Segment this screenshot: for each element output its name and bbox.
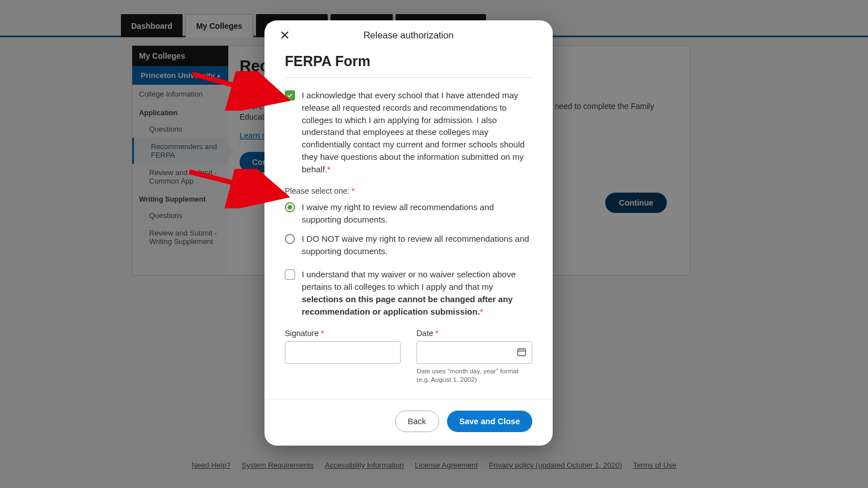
acknowledge-text: I acknowledge that every school that I h… <box>302 89 532 175</box>
required-asterisk: * <box>327 164 331 174</box>
required-asterisk: * <box>435 329 438 338</box>
signature-date-row: Signature * Date * Date uses "month day,… <box>285 329 532 384</box>
ferpa-form-heading: FERPA Form <box>285 53 532 78</box>
save-and-close-button[interactable]: Save and Close <box>447 411 532 432</box>
understand-checkbox[interactable] <box>285 269 295 280</box>
signature-label: Signature * <box>285 329 401 338</box>
select-one-text: Please select one: <box>285 186 349 195</box>
acknowledge-text-content: I acknowledge that every school that I h… <box>302 90 524 174</box>
select-one-prompt: Please select one: * <box>285 186 532 195</box>
required-asterisk: * <box>480 307 483 316</box>
modal-title: Release authorization <box>363 30 454 41</box>
not-waive-text: I DO NOT waive my right to review all re… <box>302 233 532 258</box>
back-button[interactable]: Back <box>395 411 439 432</box>
modal-footer: Back Save and Close <box>264 399 553 446</box>
signature-field: Signature * <box>285 329 401 384</box>
not-waive-radio[interactable] <box>285 234 295 244</box>
date-input[interactable] <box>416 341 532 364</box>
close-icon <box>280 30 290 40</box>
signature-label-text: Signature <box>285 329 319 338</box>
date-hint: Date uses "month day, year" format (e.g.… <box>416 367 532 384</box>
required-asterisk: * <box>321 329 324 338</box>
understand-row: I understand that my waiver or no waiver… <box>285 268 532 317</box>
check-icon <box>287 92 293 99</box>
svg-rect-0 <box>518 349 526 356</box>
date-label-text: Date <box>416 329 433 338</box>
modal-body: FERPA Form I acknowledge that every scho… <box>264 50 553 399</box>
not-waive-option-row: I DO NOT waive my right to review all re… <box>285 233 532 258</box>
date-field: Date * Date uses "month day, year" forma… <box>416 329 532 384</box>
modal-header: Release authorization <box>264 20 553 50</box>
waive-option-row: I waive my right to review all recommend… <box>285 201 532 226</box>
release-authorization-modal: Release authorization FERPA Form I ackno… <box>264 20 553 446</box>
close-button[interactable] <box>276 26 294 44</box>
signature-input[interactable] <box>285 341 401 364</box>
understand-text: I understand that my waiver or no waiver… <box>302 268 532 317</box>
required-asterisk: * <box>351 186 354 195</box>
waive-radio[interactable] <box>285 202 295 212</box>
calendar-icon[interactable] <box>517 347 527 357</box>
waive-text: I waive my right to review all recommend… <box>302 201 532 226</box>
understand-text-pre: I understand that my waiver or no waiver… <box>302 269 516 291</box>
acknowledge-checkbox[interactable] <box>285 90 295 101</box>
acknowledge-row: I acknowledge that every school that I h… <box>285 89 532 175</box>
date-label: Date * <box>416 329 532 338</box>
